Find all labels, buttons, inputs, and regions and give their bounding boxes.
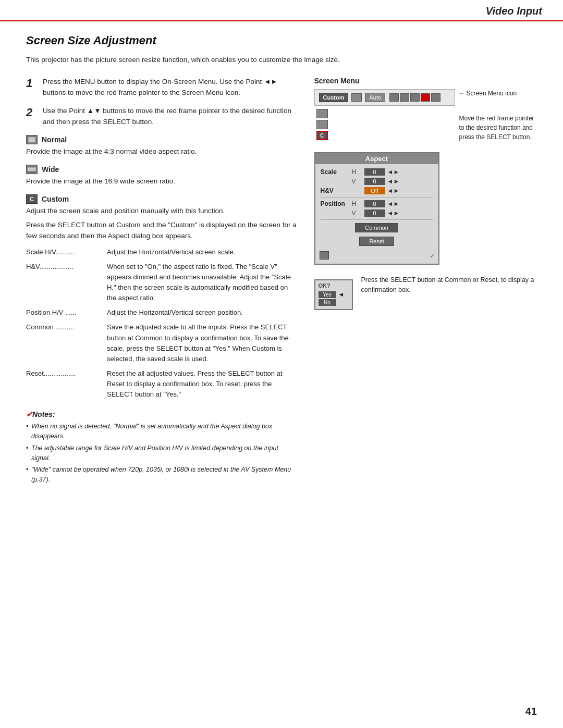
ok-no-btn[interactable]: No xyxy=(319,299,336,306)
scale-v-label: V xyxy=(352,178,362,185)
def-reset-desc: Reset the all adjusted values. Press the… xyxy=(107,368,299,400)
def-scale: Scale H/V.......... Adjust the Horizonta… xyxy=(26,247,299,257)
def-scale-desc: Adjust the Horizontal/Vertical screen sc… xyxy=(107,247,299,257)
page-number: 41 xyxy=(525,706,537,718)
menu-row: Custom Auto xyxy=(319,93,450,102)
svg-rect-3 xyxy=(28,168,36,170)
position-h-row: Position H 0 ◄► xyxy=(315,199,438,208)
def-common-desc: Save the adjusted scale to all the input… xyxy=(107,322,299,364)
notes-section: ✔Notes: When no signal is detected, "Nor… xyxy=(26,410,299,485)
def-position-term: Position H/V ...... xyxy=(26,307,107,318)
ok-wrapper: OK? Yes ◄ No Press the SELECT button at … xyxy=(314,272,537,310)
custom-label-row: C Custom xyxy=(26,194,299,204)
aspect-divider-2 xyxy=(321,219,433,220)
note-3: "Wide" cannot be operated when 720p, 103… xyxy=(26,465,299,485)
aspect-bottom-row: ↙ xyxy=(315,250,438,260)
left-column: 1 Press the MENU button to display the O… xyxy=(26,77,299,487)
custom-icon: C xyxy=(26,194,38,204)
position-label: Position xyxy=(321,200,352,207)
def-hv-term: H&V.................. xyxy=(26,262,107,304)
sidebar-icon-wide xyxy=(316,120,328,129)
def-hv-desc: When set to "On," the aspect ratio is fi… xyxy=(107,262,299,304)
menu-custom-btn: Custom xyxy=(319,93,349,102)
hv-value: Off xyxy=(364,187,385,194)
sidebar-icon-normal xyxy=(316,109,328,118)
scale-h-value: 0 xyxy=(364,168,385,176)
note-1: When no signal is detected, "Normal" is … xyxy=(26,422,299,441)
position-v-row: V 0 ◄► xyxy=(315,208,438,218)
svg-rect-1 xyxy=(29,138,35,142)
def-common-term: Common .......... xyxy=(26,322,107,364)
normal-desc: Provide the image at the 4:3 normal vide… xyxy=(26,146,299,157)
page-content: Screen Size Adjustment This projector ha… xyxy=(0,21,563,502)
hv-row: H&V Off ◄► xyxy=(315,186,438,195)
def-reset-term: Reset................. xyxy=(26,368,107,400)
callout-text: Move the red frame pointer to the desire… xyxy=(459,114,537,142)
screen-menu-box: Custom Auto xyxy=(314,89,455,106)
hv-label: H&V xyxy=(321,187,352,194)
scale-v-row: V 0 ◄► xyxy=(315,177,438,186)
step-2-text: Use the Point ▲▼ buttons to move the red… xyxy=(43,106,299,128)
ok-no-row: No xyxy=(319,299,349,306)
common-button[interactable]: Common xyxy=(355,223,398,232)
pos-h-value: 0 xyxy=(364,200,385,207)
menu-auto-btn: Auto xyxy=(365,93,385,102)
hv-arrow: ◄► xyxy=(387,187,400,194)
menu-icon-3 xyxy=(410,93,420,102)
notes-label: Notes: xyxy=(32,410,55,418)
ok-dialog: OK? Yes ◄ No xyxy=(314,279,353,310)
normal-label-row: Normal xyxy=(26,135,299,144)
pos-h-label: H xyxy=(352,200,362,207)
def-position: Position H/V ...... Adjust the Horizonta… xyxy=(26,307,299,318)
normal-icon xyxy=(26,135,38,144)
normal-section: Normal Provide the image at the 4:3 norm… xyxy=(26,135,299,157)
wide-section: Wide Provide the image at the 16:9 wide … xyxy=(26,165,299,187)
aspect-corner-icon xyxy=(320,251,329,260)
custom-desc2: Press the SELECT button at Custom and th… xyxy=(26,220,299,242)
pos-v-value: 0 xyxy=(364,209,385,217)
step-2-number: 2 xyxy=(26,106,38,128)
ok-arrow: ◄ xyxy=(338,291,345,298)
pos-v-arrow: ◄► xyxy=(387,209,400,217)
custom-label: Custom xyxy=(42,195,69,203)
intro-text: This projector has the picture screen re… xyxy=(26,55,537,65)
scale-v-value: 0 xyxy=(364,178,385,185)
wide-label-row: Wide xyxy=(26,165,299,174)
def-position-desc: Adjust the Horizontal/Vertical screen po… xyxy=(107,307,299,318)
scale-v-arrow: ◄► xyxy=(387,178,400,185)
menu-icon-5 xyxy=(431,93,440,102)
scale-h-arrow: ◄► xyxy=(387,168,400,176)
step-2: 2 Use the Point ▲▼ buttons to move the r… xyxy=(26,106,299,128)
step-1: 1 Press the MENU button to display the O… xyxy=(26,77,299,98)
def-common: Common .......... Save the adjusted scal… xyxy=(26,322,299,364)
notes-title: ✔Notes: xyxy=(26,410,299,418)
screen-menu-label: Screen Menu xyxy=(314,77,537,85)
scale-h-label: H xyxy=(352,168,362,176)
pos-v-label: V xyxy=(352,209,362,217)
sidebar-icon-custom: C xyxy=(316,131,328,140)
custom-section: C Custom Adjust the screen scale and pos… xyxy=(26,194,299,400)
custom-desc1: Adjust the screen scale and position man… xyxy=(26,206,299,217)
scale-h-row: Scale H 0 ◄► xyxy=(315,167,438,177)
header-title: Video Input xyxy=(486,5,542,17)
aspect-corner-text: ↙ xyxy=(430,253,434,258)
two-col-layout: 1 Press the MENU button to display the O… xyxy=(26,77,537,487)
menu-icon-2 xyxy=(400,93,409,102)
ok-yes-btn[interactable]: Yes xyxy=(319,291,336,298)
pos-h-arrow: ◄► xyxy=(387,200,400,207)
menu-icon-group xyxy=(389,93,440,102)
aspect-title: Aspect xyxy=(315,153,438,164)
ok-description: Press the SELECT button at Common or Res… xyxy=(361,275,537,295)
wide-icon xyxy=(26,165,38,174)
scale-label: Scale xyxy=(321,168,352,176)
wide-label: Wide xyxy=(42,165,59,174)
ok-yes-row: Yes ◄ xyxy=(319,291,349,298)
wide-desc: Provide the image at the 16:9 wide scree… xyxy=(26,176,299,187)
def-hv: H&V.................. When set to "On," … xyxy=(26,262,299,304)
section-title: Screen Size Adjustment xyxy=(26,34,537,47)
menu-icon-1 xyxy=(389,93,399,102)
def-scale-term: Scale H/V.......... xyxy=(26,247,107,257)
step-1-text: Press the MENU button to display the On-… xyxy=(43,77,299,98)
reset-button[interactable]: Reset xyxy=(359,237,394,246)
step-1-number: 1 xyxy=(26,77,38,98)
